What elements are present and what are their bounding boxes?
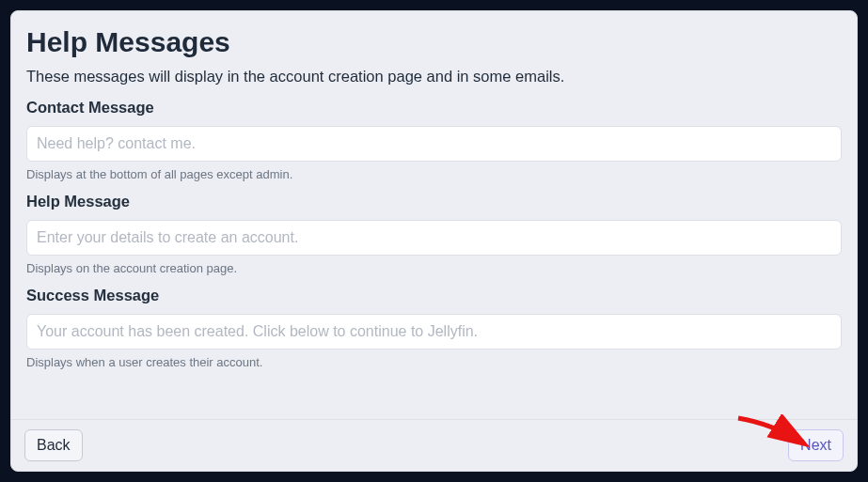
next-button[interactable]: Next (788, 429, 844, 461)
help-messages-card: Help Messages These messages will displa… (10, 10, 858, 472)
contact-message-input[interactable] (26, 126, 842, 162)
page-subtitle: These messages will display in the accou… (26, 68, 842, 86)
contact-message-label: Contact Message (26, 99, 842, 117)
help-message-hint: Displays on the account creation page. (26, 261, 842, 275)
success-message-label: Success Message (26, 287, 842, 304)
help-message-input[interactable] (26, 220, 842, 256)
help-message-label: Help Message (26, 193, 842, 210)
page-title: Help Messages (26, 26, 842, 58)
card-footer: Back Next (11, 419, 857, 471)
card-body: Help Messages These messages will displa… (11, 11, 857, 419)
success-message-hint: Displays when a user creates their accou… (26, 355, 842, 369)
contact-message-hint: Displays at the bottom of all pages exce… (26, 167, 842, 181)
success-message-input[interactable] (26, 314, 842, 350)
back-button[interactable]: Back (24, 429, 83, 461)
